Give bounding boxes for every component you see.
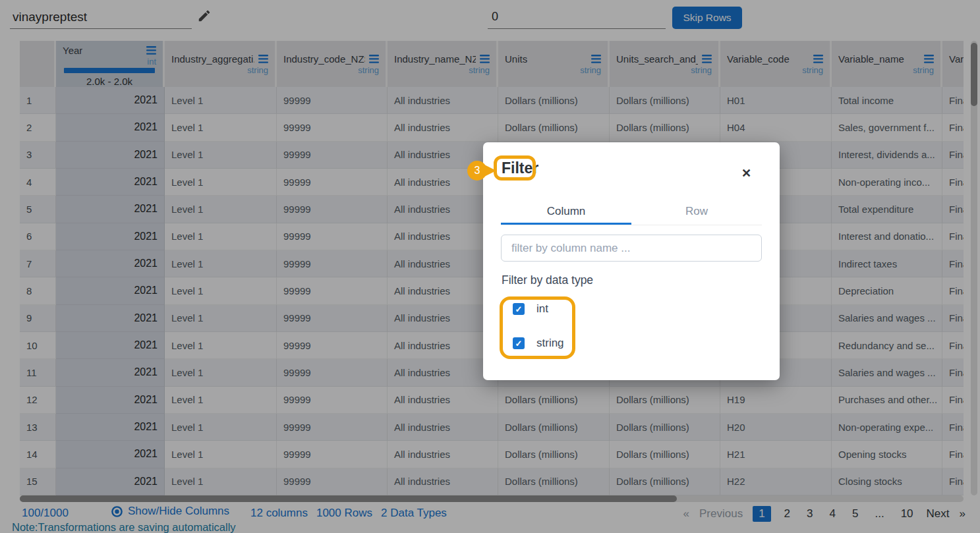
tab-row[interactable]: Row (631, 200, 762, 225)
string-checkbox[interactable]: ✓ (513, 337, 525, 349)
filter-dialog: Filter ✕ Column Row Filter by data type … (483, 142, 780, 380)
datatype-option-string: ✓ string (513, 337, 564, 350)
close-icon[interactable]: ✕ (741, 166, 751, 181)
int-checkbox-label: int (536, 302, 548, 316)
tab-column[interactable]: Column (501, 200, 631, 225)
int-checkbox[interactable]: ✓ (513, 303, 525, 315)
datatype-option-int: ✓ int (513, 302, 548, 316)
tutorial-step-arrow (484, 165, 496, 177)
filter-tabs: Column Row (501, 200, 762, 225)
filter-dialog-title: Filter (502, 159, 538, 177)
string-checkbox-label: string (536, 337, 564, 350)
filter-by-datatype-label: Filter by data type (502, 273, 593, 287)
filter-column-name-input[interactable] (501, 235, 762, 262)
